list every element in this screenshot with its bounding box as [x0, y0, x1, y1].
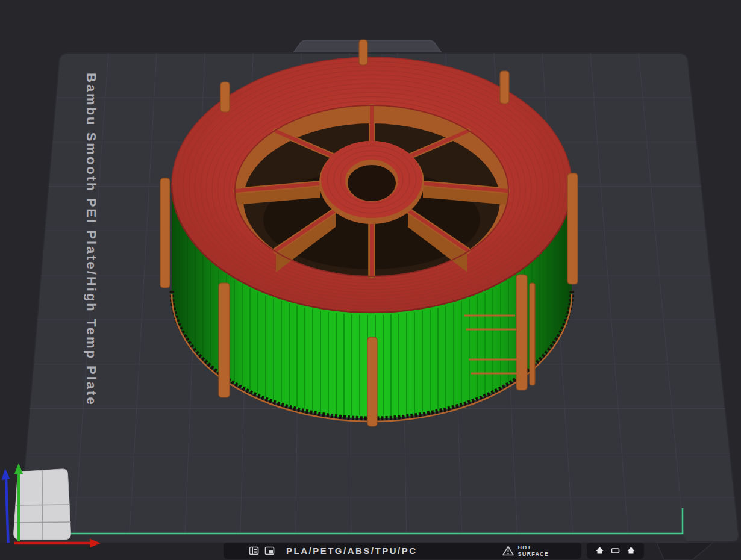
- model-center-hole: [348, 165, 396, 201]
- plate-3d-scene[interactable]: [0, 0, 741, 560]
- warning-line-1: HOT: [518, 544, 549, 550]
- model-center-hub: [319, 141, 424, 224]
- warning-line-2: SURFACE: [518, 551, 549, 557]
- clip-up-icon: [595, 546, 604, 555]
- plate-info-bar: PLA/PETG/ABS/TPU/PC HOT SURFACE: [224, 543, 581, 559]
- plate-outline-icon: [611, 546, 620, 555]
- plate-texture-icon: [264, 546, 275, 556]
- clip-up-icon: [627, 546, 636, 555]
- plate-clips-bar: [587, 543, 644, 559]
- model-interior: [235, 105, 508, 278]
- materials-label: PLA/PETG/ABS/TPU/PC: [286, 546, 417, 556]
- plate-type-icon: [249, 546, 259, 556]
- model-cylinder[interactable]: [160, 40, 578, 426]
- hot-surface-warning-icon: [502, 546, 514, 556]
- plate-front-bevel: [23, 534, 687, 543]
- slicer-3d-viewport[interactable]: Bambu Smooth PEI Plate/High Temp Plate P…: [0, 0, 741, 560]
- hot-surface-warning: HOT SURFACE: [502, 544, 549, 557]
